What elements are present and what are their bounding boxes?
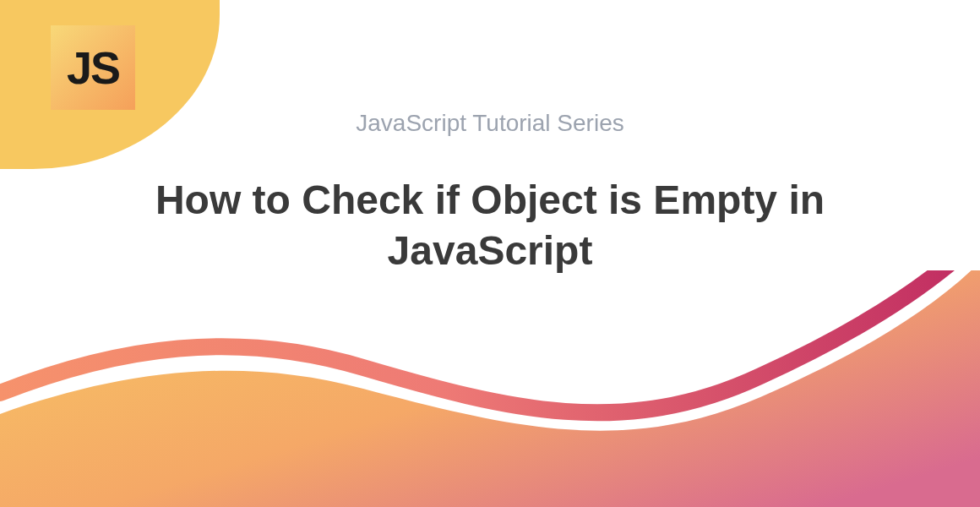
series-subtitle: JavaScript Tutorial Series bbox=[68, 110, 912, 137]
content-area: JavaScript Tutorial Series How to Check … bbox=[0, 110, 980, 276]
decorative-bottom-wave bbox=[0, 270, 980, 507]
article-title: How to Check if Object is Empty in JavaS… bbox=[110, 175, 870, 276]
js-logo: JS bbox=[51, 25, 135, 110]
js-logo-text: JS bbox=[67, 41, 119, 94]
